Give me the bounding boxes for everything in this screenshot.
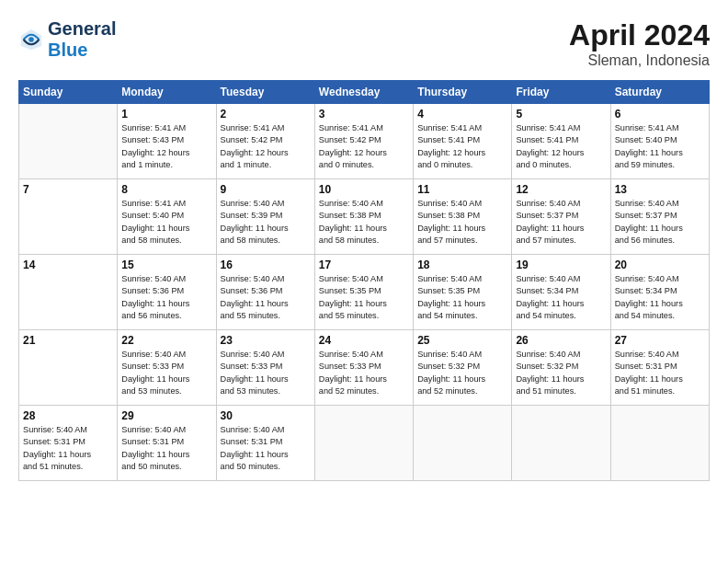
day-info: Sunrise: 5:40 AMSunset: 5:33 PMDaylight:… <box>221 349 311 397</box>
day-info: Sunrise: 5:40 AMSunset: 5:32 PMDaylight:… <box>417 349 507 397</box>
col-saturday: Saturday <box>610 81 709 104</box>
day-number: 5 <box>516 108 606 121</box>
logo: General Blue <box>18 18 116 61</box>
logo-line2: Blue <box>48 40 116 61</box>
day-number: 19 <box>516 259 606 271</box>
day-info: Sunrise: 5:40 AMSunset: 5:36 PMDaylight:… <box>221 273 311 322</box>
calendar-cell: 25Sunrise: 5:40 AMSunset: 5:32 PMDayligh… <box>414 330 512 406</box>
day-info: Sunrise: 5:40 AMSunset: 5:37 PMDaylight:… <box>615 198 705 247</box>
col-sunday: Sunday <box>19 81 118 104</box>
day-number: 1 <box>121 108 211 121</box>
day-number: 20 <box>615 259 705 271</box>
month-year: April 2024 <box>569 18 710 52</box>
day-number: 3 <box>319 108 409 121</box>
page-container: General Blue April 2024 Sleman, Indonesi… <box>0 0 728 490</box>
day-info: Sunrise: 5:40 AMSunset: 5:31 PMDaylight:… <box>615 349 705 397</box>
day-info: Sunrise: 5:41 AMSunset: 5:41 PMDaylight:… <box>516 122 606 171</box>
calendar-cell: 10Sunrise: 5:40 AMSunset: 5:38 PMDayligh… <box>314 179 413 255</box>
col-tuesday: Tuesday <box>216 81 314 104</box>
day-number: 7 <box>23 183 113 196</box>
calendar-cell: 27Sunrise: 5:40 AMSunset: 5:31 PMDayligh… <box>610 330 709 406</box>
col-thursday: Thursday <box>414 81 512 104</box>
calendar-week-1: 1Sunrise: 5:41 AMSunset: 5:43 PMDaylight… <box>19 104 710 179</box>
day-info: Sunrise: 5:40 AMSunset: 5:36 PMDaylight:… <box>121 273 211 322</box>
day-info: Sunrise: 5:41 AMSunset: 5:43 PMDaylight:… <box>121 122 211 171</box>
day-info: Sunrise: 5:40 AMSunset: 5:33 PMDaylight:… <box>319 349 409 397</box>
day-info: Sunrise: 5:40 AMSunset: 5:38 PMDaylight:… <box>319 198 409 247</box>
calendar-week-3: 1415Sunrise: 5:40 AMSunset: 5:36 PMDayli… <box>19 255 710 330</box>
day-info: Sunrise: 5:40 AMSunset: 5:32 PMDaylight:… <box>516 349 606 397</box>
calendar-cell: 8Sunrise: 5:41 AMSunset: 5:40 PMDaylight… <box>118 179 216 255</box>
day-number: 25 <box>417 334 507 347</box>
calendar-cell: 2Sunrise: 5:41 AMSunset: 5:42 PMDaylight… <box>216 104 314 179</box>
calendar-week-4: 2122Sunrise: 5:40 AMSunset: 5:33 PMDayli… <box>19 330 710 406</box>
day-info: Sunrise: 5:40 AMSunset: 5:31 PMDaylight:… <box>221 424 311 473</box>
calendar-week-2: 78Sunrise: 5:41 AMSunset: 5:40 PMDayligh… <box>19 179 710 255</box>
calendar-cell: 30Sunrise: 5:40 AMSunset: 5:31 PMDayligh… <box>216 406 314 481</box>
svg-point-1 <box>28 37 34 42</box>
calendar-week-5: 28Sunrise: 5:40 AMSunset: 5:31 PMDayligh… <box>19 406 710 481</box>
day-number: 30 <box>221 409 311 422</box>
calendar-cell: 14 <box>19 255 118 330</box>
day-number: 29 <box>121 409 211 422</box>
day-number: 17 <box>319 259 409 271</box>
day-info: Sunrise: 5:40 AMSunset: 5:34 PMDaylight:… <box>615 273 705 322</box>
calendar-cell: 29Sunrise: 5:40 AMSunset: 5:31 PMDayligh… <box>118 406 216 481</box>
calendar-cell <box>610 406 709 481</box>
col-monday: Monday <box>118 81 216 104</box>
header: General Blue April 2024 Sleman, Indonesi… <box>18 18 710 69</box>
calendar-cell <box>19 104 118 179</box>
day-number: 11 <box>417 183 507 196</box>
col-friday: Friday <box>512 81 610 104</box>
day-number: 9 <box>221 183 311 196</box>
calendar-cell: 26Sunrise: 5:40 AMSunset: 5:32 PMDayligh… <box>512 330 610 406</box>
day-number: 28 <box>23 409 113 422</box>
calendar-cell: 4Sunrise: 5:41 AMSunset: 5:41 PMDaylight… <box>414 104 512 179</box>
day-number: 6 <box>615 108 705 121</box>
calendar-cell <box>414 406 512 481</box>
col-wednesday: Wednesday <box>314 81 413 104</box>
calendar-cell: 22Sunrise: 5:40 AMSunset: 5:33 PMDayligh… <box>118 330 216 406</box>
day-info: Sunrise: 5:40 AMSunset: 5:35 PMDaylight:… <box>417 273 507 322</box>
day-number: 21 <box>23 334 113 347</box>
calendar-cell: 11Sunrise: 5:40 AMSunset: 5:38 PMDayligh… <box>414 179 512 255</box>
calendar-cell: 1Sunrise: 5:41 AMSunset: 5:43 PMDaylight… <box>118 104 216 179</box>
calendar-header: Sunday Monday Tuesday Wednesday Thursday… <box>19 81 710 104</box>
calendar-cell: 12Sunrise: 5:40 AMSunset: 5:37 PMDayligh… <box>512 179 610 255</box>
calendar-cell: 24Sunrise: 5:40 AMSunset: 5:33 PMDayligh… <box>314 330 413 406</box>
day-number: 22 <box>121 334 211 347</box>
weekday-row: Sunday Monday Tuesday Wednesday Thursday… <box>19 81 710 104</box>
calendar-cell: 20Sunrise: 5:40 AMSunset: 5:34 PMDayligh… <box>610 255 709 330</box>
day-number: 12 <box>516 183 606 196</box>
day-info: Sunrise: 5:41 AMSunset: 5:40 PMDaylight:… <box>615 122 705 171</box>
calendar-cell: 9Sunrise: 5:40 AMSunset: 5:39 PMDaylight… <box>216 179 314 255</box>
logo-text: General Blue <box>48 18 116 61</box>
day-info: Sunrise: 5:40 AMSunset: 5:35 PMDaylight:… <box>319 273 409 322</box>
logo-icon <box>18 27 44 52</box>
calendar-cell: 16Sunrise: 5:40 AMSunset: 5:36 PMDayligh… <box>216 255 314 330</box>
day-info: Sunrise: 5:40 AMSunset: 5:33 PMDaylight:… <box>121 349 211 397</box>
calendar-cell: 21 <box>19 330 118 406</box>
calendar-cell: 5Sunrise: 5:41 AMSunset: 5:41 PMDaylight… <box>512 104 610 179</box>
day-number: 15 <box>121 259 211 271</box>
day-number: 8 <box>121 183 211 196</box>
day-number: 23 <box>221 334 311 347</box>
calendar-cell: 15Sunrise: 5:40 AMSunset: 5:36 PMDayligh… <box>118 255 216 330</box>
calendar-cell: 3Sunrise: 5:41 AMSunset: 5:42 PMDaylight… <box>314 104 413 179</box>
title-block: April 2024 Sleman, Indonesia <box>569 18 710 69</box>
calendar-cell: 28Sunrise: 5:40 AMSunset: 5:31 PMDayligh… <box>19 406 118 481</box>
day-info: Sunrise: 5:40 AMSunset: 5:37 PMDaylight:… <box>516 198 606 247</box>
day-number: 2 <box>221 108 311 121</box>
day-info: Sunrise: 5:40 AMSunset: 5:38 PMDaylight:… <box>417 198 507 247</box>
calendar-cell <box>512 406 610 481</box>
day-number: 10 <box>319 183 409 196</box>
day-info: Sunrise: 5:41 AMSunset: 5:42 PMDaylight:… <box>221 122 311 171</box>
day-number: 24 <box>319 334 409 347</box>
calendar-cell: 19Sunrise: 5:40 AMSunset: 5:34 PMDayligh… <box>512 255 610 330</box>
day-info: Sunrise: 5:41 AMSunset: 5:41 PMDaylight:… <box>417 122 507 171</box>
day-number: 26 <box>516 334 606 347</box>
day-number: 14 <box>23 259 113 271</box>
calendar-body: 1Sunrise: 5:41 AMSunset: 5:43 PMDaylight… <box>19 104 710 481</box>
calendar-cell <box>314 406 413 481</box>
calendar-table: Sunday Monday Tuesday Wednesday Thursday… <box>18 80 710 481</box>
